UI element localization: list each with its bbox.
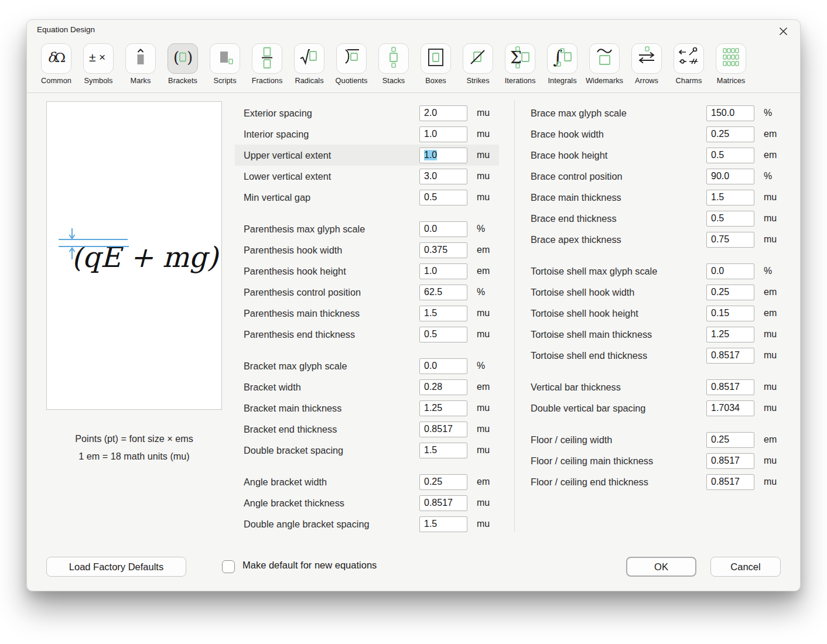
bracket-main-thickness-input[interactable]: 1.25 xyxy=(419,400,467,416)
tortoise-shell-hook-height-input[interactable]: 0.15 xyxy=(706,306,754,321)
unit-label: mu xyxy=(477,403,490,413)
toolbar-item-widemarks[interactable]: Widemarks xyxy=(583,43,626,85)
brace-apex-thickness-input[interactable]: 0.75 xyxy=(706,232,754,248)
toolbar-button-scripts[interactable] xyxy=(210,43,240,74)
svg-text:±: ± xyxy=(89,50,96,64)
toolbar-label-scripts: Scripts xyxy=(213,76,236,85)
toolbar-item-radicals[interactable]: Radicals xyxy=(288,43,330,85)
toolbar-button-fractions[interactable] xyxy=(252,43,282,74)
toolbar-button-boxes[interactable] xyxy=(421,43,451,74)
double-angle-bracket-spacing-input[interactable]: 1.5 xyxy=(419,516,467,532)
toolbar-button-charms[interactable] xyxy=(674,43,704,74)
brace-control-position-input[interactable]: 90.0 xyxy=(706,169,754,184)
toolbar-button-integrals[interactable]: ∫ xyxy=(547,43,577,74)
toolbar-button-matrices[interactable] xyxy=(716,43,746,74)
toolbar-item-matrices[interactable]: Matrices xyxy=(710,43,752,85)
toolbar-label-integrals: Integrals xyxy=(548,76,576,85)
field-label-parenthesis-main-thickness: Parenthesis main thickness xyxy=(244,308,419,319)
unit-label: mu xyxy=(477,308,490,318)
toolbar-label-radicals: Radicals xyxy=(295,76,323,85)
toolbar-button-quotients[interactable] xyxy=(336,43,367,74)
tortoise-shell-hook-width-input[interactable]: 0.25 xyxy=(706,285,754,300)
toolbar-item-fractions[interactable]: Fractions xyxy=(246,43,288,85)
upper-vertical-extent-input[interactable]: 1.0 xyxy=(419,148,467,163)
unit-label: mu xyxy=(764,350,777,361)
field-label-parenthesis-hook-width: Parenthesis hook width xyxy=(244,245,419,256)
toolbar-button-radicals[interactable] xyxy=(294,43,324,74)
brace-hook-height-input[interactable]: 0.5 xyxy=(706,148,754,163)
toolbar-item-common[interactable]: δΩCommon xyxy=(35,43,77,85)
unit-label: mu xyxy=(764,403,777,413)
angle-bracket-thickness-input[interactable]: 0.8517 xyxy=(419,495,467,511)
interior-spacing-input[interactable]: 1.0 xyxy=(419,126,467,142)
angle-bracket-width-input[interactable]: 0.25 xyxy=(419,474,467,490)
bracket-max-glyph-scale-input[interactable]: 0.0 xyxy=(419,358,467,374)
unit-label: mu xyxy=(477,192,490,203)
floor-ceiling-end-thickness-input[interactable]: 0.8517 xyxy=(706,474,754,490)
brace-hook-width-input[interactable]: 0.25 xyxy=(706,126,754,142)
toolbar-item-scripts[interactable]: Scripts xyxy=(204,43,246,85)
toolbar-item-stacks[interactable]: Stacks xyxy=(373,43,415,85)
fields-column-left: Exterior spacing2.0muInterior spacing1.0… xyxy=(235,102,499,545)
toolbar-item-integrals[interactable]: ∫Integrals xyxy=(541,43,583,85)
accent-mark-icon xyxy=(129,46,152,71)
toolbar-item-iterations[interactable]: ΣIterations xyxy=(499,43,541,85)
make-default-checkbox[interactable] xyxy=(222,560,235,573)
toolbar-button-widemarks[interactable] xyxy=(589,43,620,74)
brace-max-glyph-scale-input[interactable]: 150.0 xyxy=(706,105,754,121)
unit-label: mu xyxy=(477,445,490,455)
toolbar-label-strikes: Strikes xyxy=(466,76,489,85)
tortoise-shell-max-glyph-scale-input[interactable]: 0.0 xyxy=(706,263,754,279)
toolbar-button-strikes[interactable] xyxy=(463,43,493,74)
min-vertical-gap-input[interactable]: 0.5 xyxy=(419,190,467,205)
toolbar-button-marks[interactable] xyxy=(125,43,156,74)
x-close-icon xyxy=(779,27,788,38)
toolbar-item-brackets[interactable]: ()Brackets xyxy=(162,43,204,85)
toolbar-item-boxes[interactable]: Boxes xyxy=(415,43,457,85)
brace-main-thickness-input[interactable]: 1.5 xyxy=(706,190,754,205)
toolbar-label-marks: Marks xyxy=(131,76,151,85)
bracket-width-input[interactable]: 0.28 xyxy=(419,379,467,395)
toolbar-item-symbols[interactable]: ±×Symbols xyxy=(77,43,119,85)
parenthesis-hook-height-input[interactable]: 1.0 xyxy=(419,263,467,279)
toolbar-button-arrows[interactable] xyxy=(631,43,662,74)
bracket-end-thickness-input[interactable]: 0.8517 xyxy=(419,422,467,437)
floor-ceiling-main-thickness-input[interactable]: 0.8517 xyxy=(706,453,754,469)
toolbar-button-common[interactable]: δΩ xyxy=(41,43,71,74)
toolbar-item-charms[interactable]: Charms xyxy=(668,43,710,85)
toolbar-button-iterations[interactable]: Σ xyxy=(505,43,535,74)
load-factory-defaults-button[interactable]: Load Factory Defaults xyxy=(46,557,186,577)
double-vertical-bar-spacing-input[interactable]: 1.7034 xyxy=(706,400,754,416)
field-label-interior-spacing: Interior spacing xyxy=(244,129,419,140)
parenthesis-end-thickness-input[interactable]: 0.5 xyxy=(419,327,467,342)
double-bracket-spacing-input[interactable]: 1.5 xyxy=(419,443,467,458)
floor-ceiling-width-input[interactable]: 0.25 xyxy=(706,432,754,448)
toolbar-item-quotients[interactable]: Quotients xyxy=(330,43,373,85)
parenthesis-control-position-input[interactable]: 62.5 xyxy=(419,285,467,300)
category-toolbar: δΩCommon±×SymbolsMarks()BracketsScriptsF… xyxy=(35,43,752,85)
lower-vertical-extent-input[interactable]: 3.0 xyxy=(419,169,467,184)
ok-button[interactable]: OK xyxy=(626,557,696,577)
field-label-parenthesis-control-position: Parenthesis control position xyxy=(244,287,419,298)
brace-end-thickness-input[interactable]: 0.5 xyxy=(706,211,754,227)
field-row-brace-max-glyph-scale: Brace max glyph scale150.0% xyxy=(522,102,786,124)
tortoise-shell-main-thickness-input[interactable]: 1.25 xyxy=(706,327,754,342)
parenthesis-main-thickness-input[interactable]: 1.5 xyxy=(419,306,467,321)
parenthesis-hook-width-input[interactable]: 0.375 xyxy=(419,242,467,258)
toolbar-item-strikes[interactable]: Strikes xyxy=(457,43,499,85)
field-label-exterior-spacing: Exterior spacing xyxy=(244,108,419,119)
toolbar-item-marks[interactable]: Marks xyxy=(119,43,162,85)
toolbar-button-stacks[interactable] xyxy=(378,43,409,74)
parenthesis-max-glyph-scale-input[interactable]: 0.0 xyxy=(419,221,467,237)
fraction-icon xyxy=(255,46,279,71)
vertical-bar-thickness-input[interactable]: 0.8517 xyxy=(706,379,754,395)
field-row-upper-vertical-extent: Upper vertical extent1.0mu xyxy=(235,145,499,166)
toolbar-button-symbols[interactable]: ±× xyxy=(83,43,114,74)
cancel-button[interactable]: Cancel xyxy=(710,557,781,577)
exterior-spacing-input[interactable]: 2.0 xyxy=(419,105,467,121)
close-button[interactable] xyxy=(774,23,792,41)
toolbar-item-arrows[interactable]: Arrows xyxy=(626,43,668,85)
field-label-tortoise-shell-main-thickness: Tortoise shell main thickness xyxy=(531,329,706,340)
toolbar-button-brackets[interactable]: () xyxy=(168,43,198,74)
tortoise-shell-end-thickness-input[interactable]: 0.8517 xyxy=(706,348,754,364)
